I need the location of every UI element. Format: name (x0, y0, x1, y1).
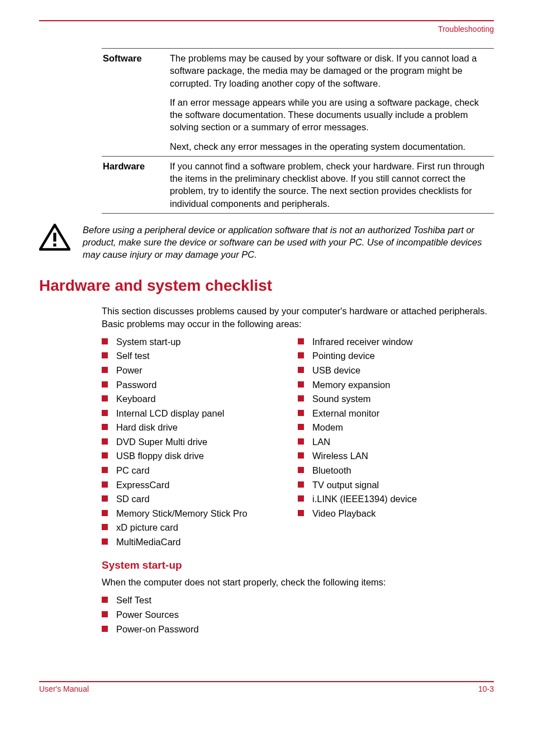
svg-rect-1 (53, 233, 56, 242)
list-item: Bluetooth (298, 464, 494, 478)
list-item: Power-on Password (102, 622, 494, 637)
list-item: Self test (102, 349, 298, 363)
footer-left: User's Manual (39, 684, 89, 693)
problem-analysis-table: Software The problems may be caused by y… (102, 48, 494, 214)
subsection-intro: When the computer does not start properl… (102, 576, 494, 589)
list-item: External monitor (298, 407, 494, 421)
startup-checklist: Self TestPower SourcesPower-on Password (102, 593, 494, 636)
list-item: Internal LCD display panel (102, 407, 298, 421)
checklist-left: System start-upSelf testPowerPasswordKey… (102, 335, 298, 549)
list-item: PC card (102, 464, 298, 478)
list-item: Self Test (102, 593, 494, 608)
list-item: Password (102, 378, 298, 393)
list-item: LAN (298, 435, 494, 450)
list-item: ExpressCard (102, 478, 298, 493)
section-heading: Hardware and system checklist (39, 277, 494, 295)
list-item: Keyboard (102, 392, 298, 407)
list-item: DVD Super Multi drive (102, 435, 298, 450)
subsection-heading: System start-up (102, 559, 494, 571)
warning-text: Before using a peripheral device or appl… (73, 224, 494, 261)
hardware-p1: If you cannot find a software problem, c… (169, 156, 494, 213)
list-item: System start-up (102, 335, 298, 349)
list-item: Pointing device (298, 349, 494, 363)
svg-rect-2 (53, 243, 56, 246)
list-item: i.LINK (IEEE1394) device (298, 492, 494, 507)
list-item: TV output signal (298, 478, 494, 493)
list-item: Memory Stick/Memory Stick Pro (102, 507, 298, 521)
software-head: Software (102, 49, 169, 93)
list-item: USB floppy disk drive (102, 449, 298, 464)
list-item: MultiMediaCard (102, 535, 298, 550)
list-item: SD card (102, 492, 298, 507)
hardware-head: Hardware (102, 156, 169, 213)
checklist-right: Infrared receiver windowPointing deviceU… (298, 335, 494, 521)
list-item: Sound system (298, 392, 494, 407)
section-intro: This section discusses problems caused b… (102, 305, 494, 330)
footer-right: 10-3 (478, 684, 494, 693)
list-item: xD picture card (102, 521, 298, 535)
software-p2: If an error message appears while you ar… (169, 93, 494, 137)
list-item: Modem (298, 420, 494, 435)
list-item: Power (102, 363, 298, 378)
list-item: Memory expansion (298, 378, 494, 393)
list-item: Hard disk drive (102, 420, 298, 435)
software-p1: The problems may be caused by your softw… (169, 49, 494, 93)
list-item: Power Sources (102, 608, 494, 622)
software-p3: Next, check any error messages in the op… (169, 137, 494, 157)
breadcrumb: Troubleshooting (39, 25, 494, 34)
list-item: Video Playback (298, 507, 494, 521)
list-item: USB device (298, 363, 494, 378)
list-item: Infrared receiver window (298, 335, 494, 349)
list-item: Wireless LAN (298, 449, 494, 464)
warning-icon (39, 224, 73, 254)
